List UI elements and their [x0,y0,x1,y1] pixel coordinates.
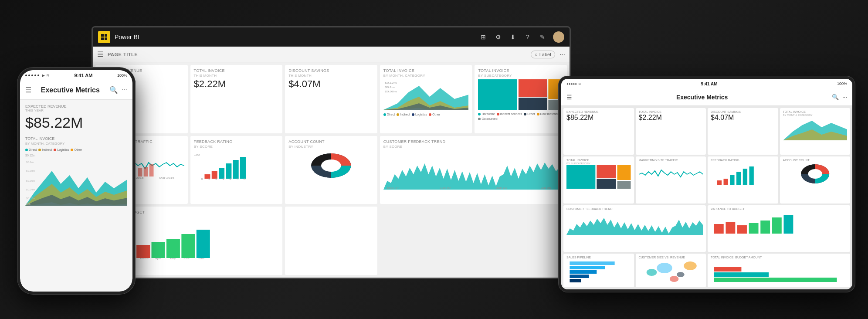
svg-rect-17 [149,164,154,176]
settings-icon[interactable]: ⚙ [494,33,502,41]
svg-rect-42 [152,242,165,258]
svg-rect-90 [772,217,782,234]
chart-subtitle: BY SCORE [194,145,279,149]
tablet-chart-invoice-budget: Total Invoice, Budget Amount [708,254,850,287]
svg-rect-91 [783,215,793,234]
svg-rect-20 [219,168,224,179]
svg-point-101 [669,276,678,282]
svg-text:$0.08m: $0.08m [385,91,397,93]
chart-customer-feedback: Customer Feedback Trend BY SCORE May 24 … [380,136,567,204]
label-button[interactable]: ○ Label [531,51,555,58]
signal-dot [34,75,36,76]
tablet-chart-marketing: Marketing Site Traffic [636,156,706,203]
svg-text:$0.1m: $0.1m [26,161,34,163]
chart-placeholder [285,207,377,275]
label-text: Label [539,52,551,57]
kpi-sublabel: THIS MONTH [194,74,279,78]
user-avatar[interactable] [553,31,564,43]
edit-icon[interactable]: ✎ [538,33,547,41]
svg-rect-15 [138,168,142,176]
svg-rect-44 [181,234,195,258]
kpi-value: $2.22M [194,79,279,89]
svg-text:$0k: $0k [26,203,31,205]
tablet-battery: 100% [837,81,847,86]
menu-icon[interactable]: ☰ [25,86,31,94]
svg-rect-93 [570,266,605,269]
app-name: Power BI [115,34,479,41]
section-title: Total Invoice [25,136,127,141]
svg-point-33 [321,160,341,172]
svg-rect-8 [519,79,547,97]
chart-subtitle: BY SCORE [383,145,563,149]
svg-rect-104 [714,267,742,271]
svg-text:0: 0 [201,178,203,180]
phone-left-screen: ▶ ≋ 9:41 AM 100% ☰ Executive Metrics 🔍 ·… [20,70,132,292]
svg-text:5: 5 [236,178,238,180]
tablet-topbar-icons: 🔍 ··· [832,94,847,100]
tablet-more-icon[interactable]: ··· [842,94,847,100]
topbar-actions: 🔍 ··· [109,86,127,94]
section-subtitle: BY MONTH, CATEGORY [25,142,127,146]
chart-title: Account Count [288,139,374,144]
tablet-kpi-discount: Discount Savings $4.07M [708,108,778,155]
svg-text:3: 3 [222,178,224,180]
svg-rect-88 [749,223,759,234]
svg-text:$0.02m: $0.02m [26,197,35,200]
more-button[interactable]: ··· [559,51,565,58]
more-icon[interactable]: ··· [122,86,127,94]
label-icon: ○ [535,52,538,57]
logo-cell [105,37,107,40]
kpi-label: Total Invoice [194,68,279,73]
legend-direct: Direct [25,148,37,151]
svg-rect-71 [566,165,595,189]
svg-rect-7 [478,79,517,110]
tablet-menu-icon[interactable]: ☰ [566,94,572,101]
share-icon[interactable]: ⊞ [479,33,488,41]
chart-title: Customer Feedback Trend [383,139,563,144]
svg-text:$0.08m: $0.08m [26,170,35,172]
svg-marker-34 [383,163,563,190]
app-title: Executive Metrics [35,86,106,94]
svg-text:May: May [170,258,176,260]
kpi-sublabel: THIS YEAR [25,109,127,112]
tablet-chart-feedback: Feedback Rating [708,156,778,203]
signal-dot [28,75,30,76]
tablet-chart-account: Account Count [780,156,851,203]
hamburger-icon[interactable]: ☰ [97,50,103,58]
svg-rect-103 [714,278,837,282]
svg-rect-19 [211,171,217,179]
svg-text:100: 100 [194,153,200,156]
download-icon[interactable]: ⬇ [509,33,517,41]
tablet-chart-sales-pipeline: Sales Pipeline [563,254,634,287]
svg-text:2: 2 [215,178,217,180]
tablet-chart-customer-trend: Customer Feedback Trend [563,205,706,252]
svg-rect-95 [570,275,589,278]
svg-rect-79 [736,172,741,185]
svg-marker-84 [566,218,703,235]
svg-rect-9 [519,98,547,110]
svg-text:$0.12m: $0.12m [385,82,397,84]
help-icon[interactable]: ? [523,33,532,41]
tablet-chart-customer-size: Customer Size vs. Revenue [636,254,706,287]
search-icon[interactable]: 🔍 [109,86,118,94]
tablet-chart-treemap: Total Invoice BY SUBCATEGORY [563,156,634,203]
svg-rect-81 [749,166,754,185]
svg-text:$0.06m: $0.06m [26,180,35,182]
chart-subtitle: BY INDUSTRY [288,145,374,149]
phone-topbar: ☰ Executive Metrics 🔍 ··· [20,81,132,100]
tablet-kpi-invoice: Total Invoice $2.22M [636,108,706,155]
svg-rect-96 [570,279,581,282]
legend-other: Other [71,148,82,151]
legend-indirect: Indirect [38,148,52,151]
chart-account-count: Account Count BY INDUSTRY [285,136,377,204]
svg-rect-89 [760,221,770,234]
logo-cell [101,37,104,40]
svg-point-99 [677,272,685,277]
phone-left-frame: ▶ ≋ 9:41 AM 100% ☰ Executive Metrics 🔍 ·… [17,68,135,294]
tablet-search-icon[interactable]: 🔍 [832,94,839,100]
powerbi-logo [98,31,110,43]
svg-text:4: 4 [229,178,231,180]
svg-rect-16 [144,167,148,176]
svg-text:$0.1m: $0.1m [385,86,395,88]
chart-feedback-rating: Feedback Rating BY SCORE 0 1 2 3 4 [190,136,283,204]
